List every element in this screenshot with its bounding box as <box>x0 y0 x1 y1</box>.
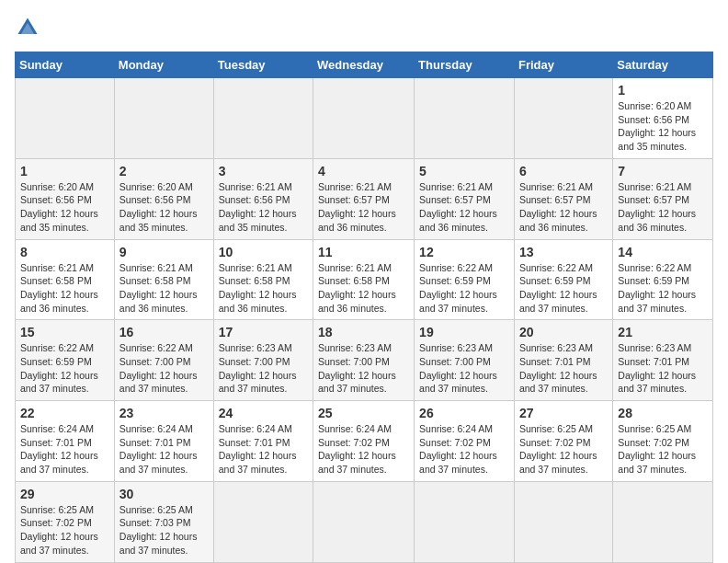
day-info: Sunrise: 6:20 AMSunset: 6:56 PMDaylight:… <box>20 181 98 233</box>
day-info: Sunrise: 6:21 AMSunset: 6:58 PMDaylight:… <box>20 262 98 314</box>
calendar-cell: 27 Sunrise: 6:25 AMSunset: 7:02 PMDaylig… <box>514 401 612 482</box>
calendar-cell: 22 Sunrise: 6:24 AMSunset: 7:01 PMDaylig… <box>16 401 115 482</box>
header-row: SundayMondayTuesdayWednesdayThursdayFrid… <box>16 52 713 78</box>
day-number: 1 <box>20 164 109 178</box>
calendar-cell: 20 Sunrise: 6:23 AMSunset: 7:01 PMDaylig… <box>514 320 612 401</box>
calendar-cell: 18 Sunrise: 6:23 AMSunset: 7:00 PMDaylig… <box>313 320 415 401</box>
calendar-cell: 14 Sunrise: 6:22 AMSunset: 6:59 PMDaylig… <box>613 239 713 320</box>
calendar-cell: 23 Sunrise: 6:24 AMSunset: 7:01 PMDaylig… <box>114 401 213 482</box>
logo-icon <box>15 15 40 40</box>
day-number: 13 <box>519 245 608 259</box>
day-number: 10 <box>219 245 308 259</box>
day-number: 14 <box>618 245 708 259</box>
day-number: 11 <box>318 245 409 259</box>
calendar-cell: 24 Sunrise: 6:24 AMSunset: 7:01 PMDaylig… <box>213 401 313 482</box>
calendar-week-2: 1 Sunrise: 6:20 AMSunset: 6:56 PMDayligh… <box>16 158 713 239</box>
day-number: 17 <box>219 325 308 339</box>
day-info: Sunrise: 6:25 AMSunset: 7:03 PMDaylight:… <box>119 504 198 556</box>
calendar-cell <box>415 78 515 159</box>
calendar-cell: 1 Sunrise: 6:20 AMSunset: 6:56 PMDayligh… <box>16 158 115 239</box>
day-number: 27 <box>519 406 608 420</box>
calendar-cell: 15 Sunrise: 6:22 AMSunset: 6:59 PMDaylig… <box>16 320 115 401</box>
calendar-cell <box>313 481 415 562</box>
day-number: 9 <box>119 245 209 259</box>
calendar-cell: 7 Sunrise: 6:21 AMSunset: 6:57 PMDayligh… <box>613 158 713 239</box>
day-info: Sunrise: 6:25 AMSunset: 7:02 PMDaylight:… <box>20 504 98 556</box>
day-info: Sunrise: 6:21 AMSunset: 6:57 PMDaylight:… <box>618 181 696 233</box>
day-number: 3 <box>219 164 308 178</box>
calendar-week-6: 29 Sunrise: 6:25 AMSunset: 7:02 PMDaylig… <box>16 481 713 562</box>
day-info: Sunrise: 6:22 AMSunset: 7:00 PMDaylight:… <box>119 342 198 394</box>
calendar-cell: 13 Sunrise: 6:22 AMSunset: 6:59 PMDaylig… <box>514 239 612 320</box>
day-number: 22 <box>20 406 109 420</box>
calendar-cell: 3 Sunrise: 6:21 AMSunset: 6:56 PMDayligh… <box>213 158 313 239</box>
day-number: 12 <box>419 245 509 259</box>
calendar-cell: 5 Sunrise: 6:21 AMSunset: 6:57 PMDayligh… <box>415 158 515 239</box>
calendar-cell: 4 Sunrise: 6:21 AMSunset: 6:57 PMDayligh… <box>313 158 415 239</box>
day-info: Sunrise: 6:22 AMSunset: 6:59 PMDaylight:… <box>519 262 597 314</box>
calendar-week-3: 8 Sunrise: 6:21 AMSunset: 6:58 PMDayligh… <box>16 239 713 320</box>
day-number: 19 <box>419 325 509 339</box>
day-info: Sunrise: 6:25 AMSunset: 7:02 PMDaylight:… <box>618 423 696 475</box>
day-number: 1 <box>618 83 708 98</box>
day-number: 15 <box>20 325 109 339</box>
calendar-cell: 29 Sunrise: 6:25 AMSunset: 7:02 PMDaylig… <box>16 481 115 562</box>
calendar-cell: 26 Sunrise: 6:24 AMSunset: 7:02 PMDaylig… <box>415 401 515 482</box>
calendar-cell: 17 Sunrise: 6:23 AMSunset: 7:00 PMDaylig… <box>213 320 313 401</box>
day-info: Sunrise: 6:21 AMSunset: 6:58 PMDaylight:… <box>119 262 198 314</box>
day-info: Sunrise: 6:24 AMSunset: 7:02 PMDaylight:… <box>419 423 497 475</box>
page-header <box>15 15 713 40</box>
day-number: 26 <box>419 406 509 420</box>
header-saturday: Saturday <box>613 52 713 78</box>
day-info: Sunrise: 6:22 AMSunset: 6:59 PMDaylight:… <box>618 262 696 314</box>
header-wednesday: Wednesday <box>313 52 415 78</box>
day-info: Sunrise: 6:21 AMSunset: 6:58 PMDaylight:… <box>219 262 297 314</box>
header-tuesday: Tuesday <box>213 52 313 78</box>
day-number: 6 <box>519 164 608 178</box>
calendar-cell <box>213 481 313 562</box>
day-info: Sunrise: 6:21 AMSunset: 6:56 PMDaylight:… <box>219 181 297 233</box>
calendar-cell <box>514 78 612 159</box>
calendar-cell <box>514 481 612 562</box>
day-info: Sunrise: 6:23 AMSunset: 7:00 PMDaylight:… <box>318 342 396 394</box>
day-number: 24 <box>219 406 308 420</box>
day-number: 23 <box>119 406 209 420</box>
calendar-cell <box>16 78 115 159</box>
header-monday: Monday <box>114 52 213 78</box>
calendar-week-4: 15 Sunrise: 6:22 AMSunset: 6:59 PMDaylig… <box>16 320 713 401</box>
day-info: Sunrise: 6:22 AMSunset: 6:59 PMDaylight:… <box>20 342 98 394</box>
day-number: 25 <box>318 406 409 420</box>
calendar-cell: 12 Sunrise: 6:22 AMSunset: 6:59 PMDaylig… <box>415 239 515 320</box>
day-info: Sunrise: 6:23 AMSunset: 7:00 PMDaylight:… <box>219 342 297 394</box>
day-number: 8 <box>20 245 109 259</box>
calendar-table: SundayMondayTuesdayWednesdayThursdayFrid… <box>15 52 713 563</box>
calendar-cell: 9 Sunrise: 6:21 AMSunset: 6:58 PMDayligh… <box>114 239 213 320</box>
calendar-week-5: 22 Sunrise: 6:24 AMSunset: 7:01 PMDaylig… <box>16 401 713 482</box>
calendar-cell: 19 Sunrise: 6:23 AMSunset: 7:00 PMDaylig… <box>415 320 515 401</box>
day-info: Sunrise: 6:24 AMSunset: 7:01 PMDaylight:… <box>119 423 198 475</box>
calendar-cell: 1 Sunrise: 6:20 AMSunset: 6:56 PMDayligh… <box>613 78 713 159</box>
day-info: Sunrise: 6:21 AMSunset: 6:57 PMDaylight:… <box>519 181 597 233</box>
calendar-cell: 28 Sunrise: 6:25 AMSunset: 7:02 PMDaylig… <box>613 401 713 482</box>
day-info: Sunrise: 6:24 AMSunset: 7:02 PMDaylight:… <box>318 423 396 475</box>
calendar-cell: 2 Sunrise: 6:20 AMSunset: 6:56 PMDayligh… <box>114 158 213 239</box>
calendar-cell <box>114 78 213 159</box>
day-number: 29 <box>20 487 109 501</box>
calendar-cell <box>313 78 415 159</box>
calendar-cell: 30 Sunrise: 6:25 AMSunset: 7:03 PMDaylig… <box>114 481 213 562</box>
day-number: 4 <box>318 164 409 178</box>
calendar-cell: 10 Sunrise: 6:21 AMSunset: 6:58 PMDaylig… <box>213 239 313 320</box>
day-number: 30 <box>119 487 209 501</box>
calendar-cell: 25 Sunrise: 6:24 AMSunset: 7:02 PMDaylig… <box>313 401 415 482</box>
day-number: 21 <box>618 325 708 339</box>
day-number: 5 <box>419 164 509 178</box>
day-info: Sunrise: 6:24 AMSunset: 7:01 PMDaylight:… <box>20 423 98 475</box>
day-number: 20 <box>519 325 608 339</box>
header-thursday: Thursday <box>415 52 515 78</box>
day-info: Sunrise: 6:20 AMSunset: 6:56 PMDaylight:… <box>119 181 198 233</box>
day-info: Sunrise: 6:21 AMSunset: 6:57 PMDaylight:… <box>318 181 396 233</box>
calendar-cell: 16 Sunrise: 6:22 AMSunset: 7:00 PMDaylig… <box>114 320 213 401</box>
day-info: Sunrise: 6:23 AMSunset: 7:01 PMDaylight:… <box>618 342 696 394</box>
calendar-cell: 11 Sunrise: 6:21 AMSunset: 6:58 PMDaylig… <box>313 239 415 320</box>
day-number: 28 <box>618 406 708 420</box>
